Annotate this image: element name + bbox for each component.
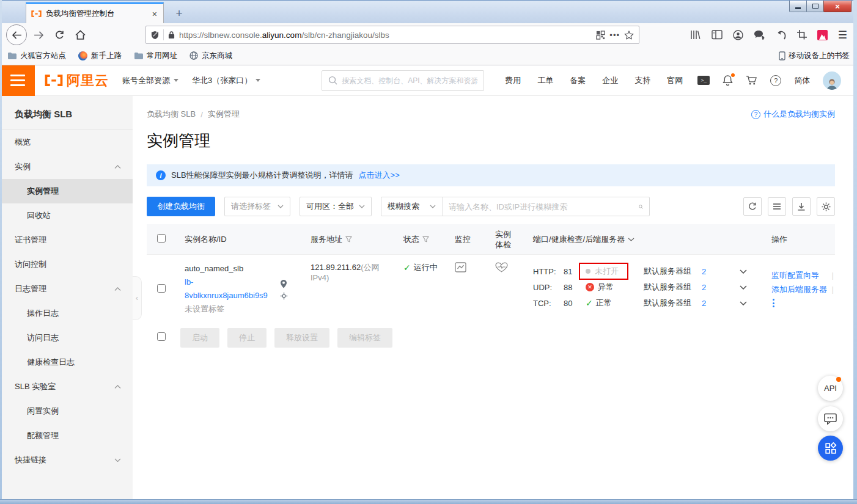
new-tab-button[interactable]: + <box>171 5 187 21</box>
batch-select-checkbox[interactable] <box>157 332 166 341</box>
what-is-slb-link[interactable]: ? 什么是负载均衡实例 <box>751 109 835 120</box>
cart-icon[interactable] <box>746 75 757 86</box>
library-icon[interactable] <box>690 30 701 40</box>
expand-chevron-icon[interactable] <box>740 301 747 305</box>
maximize-button[interactable] <box>806 1 824 12</box>
sidebar-collapse-handle[interactable]: ‹ <box>133 276 142 320</box>
sidebar-item-certificates[interactable]: 证书管理 <box>2 228 133 252</box>
search-mode-dropdown[interactable]: 模糊搜索 <box>381 197 443 216</box>
account-icon[interactable] <box>733 30 743 40</box>
sidebar-item-access-control[interactable]: 访问控制 <box>2 252 133 277</box>
expand-chevron-icon[interactable] <box>740 285 747 290</box>
edit-tags-button[interactable]: 编辑标签 <box>337 328 392 348</box>
menu-icon[interactable]: ☰ <box>838 29 847 42</box>
funnel-icon[interactable] <box>422 236 429 243</box>
sidebar-item-slb-lab[interactable]: SLB 实验室 <box>2 374 133 399</box>
qr-code-icon[interactable] <box>596 31 605 40</box>
select-all-checkbox[interactable] <box>157 234 166 243</box>
instance-search-input[interactable] <box>443 202 639 211</box>
gear-pin-icon[interactable] <box>280 292 288 300</box>
url-bar[interactable]: https://slbnew.console.aliyun.com/slb/cn… <box>145 26 639 44</box>
back-button[interactable] <box>6 24 27 45</box>
funnel-icon[interactable] <box>345 236 352 243</box>
messenger-icon[interactable] <box>754 30 765 40</box>
nav-support[interactable]: 支持 <box>634 75 650 86</box>
minimize-button[interactable] <box>789 1 807 12</box>
avatar[interactable] <box>823 71 841 90</box>
nav-official-site[interactable]: 官网 <box>667 75 683 86</box>
sidebar-item-operation-logs[interactable]: 操作日志 <box>2 301 133 326</box>
close-button[interactable]: × <box>823 1 851 12</box>
bookmark-folder[interactable]: 火狐官方站点 <box>7 51 66 61</box>
tag-filter-dropdown[interactable]: 请选择标签 <box>224 197 290 216</box>
terminal-icon[interactable]: >_ <box>697 76 710 85</box>
server-count-link[interactable]: 2 <box>702 299 719 308</box>
help-icon[interactable]: ? <box>770 75 781 86</box>
sidebar-item-recycle-bin[interactable]: 回收站 <box>2 203 133 228</box>
tab-close-icon[interactable]: × <box>151 10 158 18</box>
create-slb-button[interactable]: 创建负载均衡 <box>147 197 215 216</box>
instance-tag[interactable]: 未设置标签 <box>185 302 269 316</box>
api-button[interactable]: API <box>818 376 843 401</box>
console-search-input[interactable] <box>342 76 477 85</box>
nav-icp[interactable]: 备案 <box>570 75 586 86</box>
reload-button[interactable] <box>50 26 68 44</box>
zone-filter-dropdown[interactable]: 可用区：全部 <box>300 197 372 216</box>
sidebar-item-instance-management[interactable]: 实例管理 <box>2 179 133 203</box>
products-menu-button[interactable] <box>0 65 35 96</box>
bookmark-item[interactable]: 新手上路 <box>78 51 122 61</box>
bookmark-item[interactable]: 京东商城 <box>189 51 232 61</box>
sidebar-item-idle-instances[interactable]: 闲置实例 <box>2 399 133 423</box>
region-dropdown[interactable]: 华北3（张家口） <box>192 75 260 86</box>
refresh-button[interactable] <box>743 197 762 216</box>
listener-wizard-link[interactable]: 监听配置向导 <box>771 268 819 282</box>
customize-columns-button[interactable] <box>768 197 786 216</box>
notifications-bell[interactable] <box>723 75 733 86</box>
server-count-link[interactable]: 2 <box>702 283 719 292</box>
shield-icon[interactable] <box>151 31 159 40</box>
screenshot-crop-icon[interactable] <box>797 30 807 40</box>
sidebar-item-health-check-logs[interactable]: 健康检查日志 <box>2 350 133 374</box>
home-button[interactable] <box>71 26 89 44</box>
sidebar-item-instances[interactable]: 实例 <box>2 155 133 179</box>
sidebar-item-access-logs[interactable]: 访问日志 <box>2 326 133 350</box>
stop-button[interactable]: 停止 <box>227 328 267 348</box>
account-scope-dropdown[interactable]: 账号全部资源 <box>122 75 178 86</box>
settings-button[interactable] <box>817 197 835 216</box>
notice-link[interactable]: 点击进入>> <box>359 170 400 181</box>
sidebar-item-quota-management[interactable]: 配额管理 <box>2 423 133 448</box>
feedback-button[interactable] <box>818 406 843 431</box>
expand-chevron-icon[interactable] <box>740 269 747 274</box>
red-flag-icon[interactable] <box>817 30 828 40</box>
more-actions-icon[interactable] <box>771 296 835 310</box>
start-button[interactable]: 启动 <box>180 328 219 348</box>
nav-billing[interactable]: 费用 <box>505 75 521 86</box>
instance-id-link[interactable]: lb-8vblkxnrux8jaum6bi9s9 <box>185 276 269 302</box>
chevron-down-icon[interactable] <box>628 238 634 241</box>
server-count-link[interactable]: 2 <box>702 267 719 276</box>
browser-tab[interactable]: 负载均衡管理控制台 × <box>26 2 164 24</box>
undo-icon[interactable] <box>776 31 787 40</box>
sidebar-item-quick-links[interactable]: 快捷链接 <box>2 448 133 472</box>
forward-button[interactable] <box>29 26 48 44</box>
health-check-icon[interactable] <box>495 262 508 272</box>
nav-enterprise[interactable]: 企业 <box>602 75 618 86</box>
export-button[interactable] <box>792 197 811 216</box>
location-pin-icon[interactable] <box>280 279 287 288</box>
bookmark-star-icon[interactable] <box>624 31 634 40</box>
row-checkbox[interactable] <box>157 284 166 293</box>
sidebar-panels-icon[interactable] <box>712 30 723 40</box>
console-search[interactable] <box>322 70 484 91</box>
sidebar-item-overview[interactable]: 概览 <box>2 130 133 155</box>
bookmark-folder[interactable]: 常用网址 <box>134 51 177 61</box>
nav-tickets[interactable]: 工单 <box>537 75 553 86</box>
sidebar-item-log-management[interactable]: 日志管理 <box>2 277 133 301</box>
release-settings-button[interactable]: 释放设置 <box>274 328 329 348</box>
search-icon[interactable] <box>639 202 649 212</box>
add-backend-server-link[interactable]: 添加后端服务器 <box>771 282 827 296</box>
page-actions-icon[interactable]: ••• <box>609 31 620 40</box>
apps-grid-button[interactable] <box>818 436 843 461</box>
mobile-bookmarks[interactable]: 移动设备上的书签 <box>779 51 850 61</box>
monitor-chart-icon[interactable] <box>455 262 466 272</box>
breadcrumb-root[interactable]: 负载均衡 SLB <box>147 109 196 120</box>
